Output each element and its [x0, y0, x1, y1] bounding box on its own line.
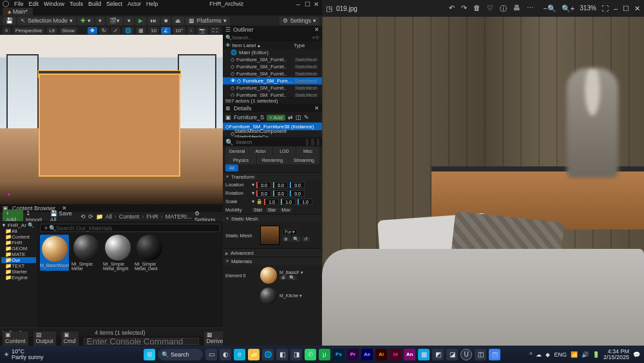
stop-button[interactable]: ■	[161, 17, 171, 25]
rot-y[interactable]: 0.0	[273, 190, 288, 197]
details-object-name[interactable]: Furniture_S	[234, 114, 264, 121]
scale-snap[interactable]: ▫	[187, 27, 194, 34]
console-input[interactable]	[84, 338, 199, 345]
outliner-col-label[interactable]: Item Label ▴	[231, 43, 294, 48]
chevron-down-icon[interactable]: ▾	[252, 190, 254, 196]
menu-select[interactable]: Select	[106, 1, 122, 7]
tray-chevron-icon[interactable]: ^	[529, 351, 532, 358]
loc-x[interactable]: 0.0	[256, 182, 271, 188]
ue-close-button[interactable]: ✕	[313, 1, 319, 8]
taskbar-animate[interactable]: An	[404, 349, 415, 360]
taskbar-app[interactable]: ◪	[446, 349, 458, 360]
grid-snap-value[interactable]: 10	[148, 27, 159, 34]
eject-button[interactable]: ⏏	[172, 17, 184, 25]
outliner-row[interactable]: ◇Furniture_SM_Furnit..StaticMesh	[223, 56, 322, 63]
viewport-show[interactable]: Show	[59, 27, 77, 34]
taskbar-unreal[interactable]: U	[460, 349, 472, 360]
add-content-dropdown[interactable]: ✚▾	[77, 17, 94, 25]
print-icon[interactable]: 🖶	[513, 4, 520, 14]
taskbar-chrome[interactable]: 🌐	[262, 349, 274, 360]
material-dropdown[interactable]: M_BasicF ▾	[279, 270, 303, 275]
taskbar-app[interactable]: ◫	[475, 349, 486, 360]
delete-icon[interactable]: 🗑	[473, 4, 480, 14]
section-header-static-mesh[interactable]: Static Mesh	[223, 215, 322, 222]
angle-snap[interactable]: ∠	[161, 27, 171, 34]
surface-snap[interactable]: ▦	[136, 27, 146, 34]
scl-z[interactable]: 1.0	[298, 199, 312, 205]
material-thumbnail[interactable]	[260, 288, 277, 304]
add-component-button[interactable]: + Add	[267, 115, 285, 121]
chevron-down-icon[interactable]: ▾	[252, 182, 254, 188]
rotate-right-icon[interactable]: ↷	[461, 4, 467, 14]
taskbar-utorrent[interactable]: μ	[319, 349, 330, 360]
platforms-dropdown[interactable]: ▦ Platforms▾	[185, 17, 229, 25]
weather-icon[interactable]: ☀	[4, 351, 9, 358]
viewer-image-canvas[interactable]	[322, 17, 644, 346]
rot-x[interactable]: 0.0	[256, 190, 271, 197]
cat-actor[interactable]: Actor	[249, 146, 272, 155]
fullscreen-icon[interactable]: ⛶	[601, 5, 609, 13]
tray-volume-icon[interactable]: 🔊	[582, 351, 589, 358]
menu-tools[interactable]: Tools	[70, 1, 83, 7]
tree-all[interactable]: 📁All	[1, 228, 36, 234]
component-tree-icon[interactable]: ⇄	[288, 114, 293, 121]
taskbar-explorer[interactable]: 📁	[248, 349, 260, 360]
browse-icon[interactable]: 🔍	[287, 275, 297, 280]
tray-cloud-icon[interactable]: ☁	[536, 351, 542, 358]
outliner-row[interactable]: ◇Furniture_SM_Furnit..StaticMesh	[223, 84, 322, 92]
lock-icon[interactable]: 🔒	[256, 199, 262, 204]
transform-tool-move[interactable]: ✥	[88, 27, 97, 34]
blueprint-dropdown[interactable]: ▾	[95, 17, 105, 25]
outliner-row-selected[interactable]: 👁 ◇Furniture_SM_Furnit..StaticMesh	[223, 77, 322, 84]
viewer-minimize[interactable]: –	[614, 5, 618, 13]
tree-geom[interactable]: 📁GEOM	[1, 246, 36, 251]
tree-starter[interactable]: 📁Starter	[1, 269, 36, 275]
tree-mate[interactable]: 📁MATE	[1, 251, 36, 257]
viewport-options[interactable]: ≡	[3, 27, 11, 34]
taskbar-copilot[interactable]: ◐	[220, 349, 231, 360]
edit-blueprint-icon[interactable]: ✎	[304, 114, 309, 121]
outliner-col-type[interactable]: Type	[294, 43, 319, 48]
task-view-button[interactable]: ▭	[205, 349, 217, 360]
info-icon[interactable]: ⓘ	[500, 4, 507, 14]
section-header-transform[interactable]: Transform	[223, 173, 322, 181]
cb-history-back[interactable]: ⟲	[80, 213, 86, 220]
tray-app-icon[interactable]: ◆	[545, 351, 550, 358]
ue-maximize-button[interactable]: ☐	[304, 1, 310, 8]
settings-dropdown[interactable]: ⚙ Settings▾	[279, 17, 319, 25]
start-button[interactable]: ⊞	[144, 349, 155, 360]
menu-build[interactable]: Build	[88, 1, 101, 7]
cat-all[interactable]: All	[225, 164, 238, 172]
details-gear-icon[interactable]	[317, 139, 319, 146]
tray-lang[interactable]: ENG	[554, 351, 567, 358]
scl-y[interactable]: 1.0	[281, 199, 296, 205]
outliner-search[interactable]: 🔍 ▾ ⚙	[223, 34, 322, 41]
tray-notifications-icon[interactable]: 💬	[633, 351, 640, 358]
rot-z[interactable]: 0.0	[290, 190, 305, 197]
rotate-left-icon[interactable]: ↶	[449, 4, 455, 14]
tree-engine[interactable]: 📁Engine	[1, 275, 36, 280]
outliner-search-input[interactable]	[232, 35, 312, 41]
mobility-static[interactable]: Stat	[252, 208, 263, 212]
asset-mi-simple-metal-bright[interactable]: MI_Simple Metal_Bright	[103, 235, 132, 271]
taskbar-edge[interactable]: e	[234, 349, 245, 360]
weather-widget[interactable]: 10°C Partly sunny	[12, 349, 44, 360]
chevron-down-icon[interactable]: ▾	[252, 199, 254, 204]
selection-mode-dropdown[interactable]: ↖ Selection Mode ▾	[17, 17, 76, 25]
scl-x[interactable]: 1.0	[264, 199, 279, 205]
details-tab[interactable]: 🗎 Details ✕	[223, 104, 322, 112]
asset-mi-simple-metal[interactable]: MI_Simple Metal	[71, 235, 100, 271]
material-dropdown[interactable]: M_Kitche ▾	[279, 293, 302, 299]
cat-physics[interactable]: Physics	[225, 155, 256, 164]
loc-y[interactable]: 0.0	[273, 182, 288, 188]
save-button[interactable]: 💾	[3, 17, 16, 25]
viewer-maximize[interactable]: ☐	[623, 5, 629, 13]
menu-window[interactable]: Window	[44, 1, 64, 7]
cat-general[interactable]: General	[225, 146, 249, 155]
menu-edit[interactable]: Edit	[29, 1, 39, 7]
use-selected-icon[interactable]: ⊕	[279, 275, 287, 280]
mesh-thumbnail[interactable]	[260, 226, 279, 245]
level-tab-main[interactable]: Main*	[3, 8, 33, 15]
tray-wifi-icon[interactable]: 📶	[571, 351, 578, 358]
viewport-lit[interactable]: Lit	[46, 27, 57, 34]
